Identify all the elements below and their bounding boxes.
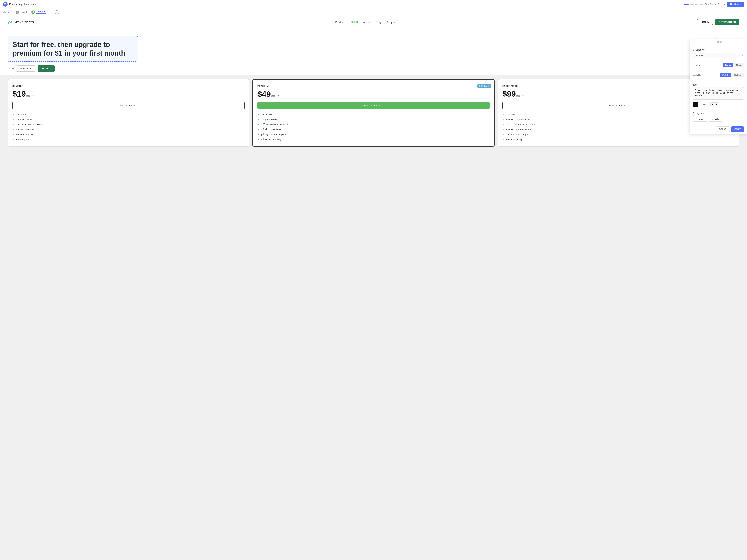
pricing-section: STARTER $19 /MONTH GET STARTED ✓1 user s… — [0, 75, 747, 154]
variant-name-treatment: treatment — [36, 10, 46, 14]
check-icon: ✓ — [12, 128, 15, 131]
logo-text: Wavelength — [15, 20, 34, 24]
check-icon: ✓ — [503, 138, 505, 141]
price-amount-premium: $49 — [257, 89, 271, 99]
check-icon: ✓ — [257, 138, 260, 141]
top-bar: W Pricing Page Experiment Step: Variant … — [0, 0, 747, 8]
font-size-unit-selector[interactable]: PX ▾ — [711, 102, 718, 107]
plan-label-premium: PREMIUM — [257, 85, 490, 87]
drag-dots-icon: ⠿⠿⠿ — [714, 41, 722, 45]
list-item: ✓5 user seat — [257, 113, 490, 116]
list-item: ✓1 user seat — [12, 113, 244, 116]
chevron-down-icon: ∨ — [693, 49, 694, 51]
background-label: Background — [693, 112, 744, 115]
check-icon: ✓ — [12, 138, 15, 141]
background-none-icon: ⊘ — [695, 117, 698, 121]
check-icon: ✓ — [503, 133, 505, 136]
background-section: Background ⊘ Image Color — [690, 110, 747, 124]
panel-drag-handle[interactable]: ⠿⠿⠿ — [690, 39, 747, 46]
hero-text-box[interactable]: Start for free, then upgrade to premium … — [8, 36, 138, 62]
check-icon: ✓ — [12, 133, 15, 136]
editor-panel: ⠿⠿⠿ ∨ Selector ✎ Display Block None — [690, 39, 747, 134]
billing-label: Billed — [8, 67, 14, 70]
nav-link-blog[interactable]: Blog — [376, 21, 381, 24]
text-textarea[interactable]: Start for free, then upgrade to premium … — [693, 87, 744, 100]
check-icon: ✓ — [503, 128, 505, 131]
list-item: ✓super reporting — [503, 138, 735, 141]
step-dot-4 — [699, 4, 703, 5]
edit-icon[interactable]: ✎ — [742, 54, 744, 57]
visibility-toggle-group: Visible Hidden — [720, 73, 744, 77]
nav-link-support[interactable]: Support — [386, 21, 396, 24]
selector-input[interactable] — [693, 53, 740, 58]
visibility-label: Visibility — [693, 74, 701, 77]
nav-link-about[interactable]: About — [363, 21, 370, 24]
background-options: ⊘ Image Color — [693, 116, 744, 122]
nav-link-product[interactable]: Product — [335, 21, 344, 24]
yearly-toggle[interactable]: YEARLY — [37, 65, 55, 72]
variants-label: Variants — [3, 11, 11, 14]
price-row-premium: $49 /MONTH — [257, 89, 490, 99]
background-image-label: Image — [699, 118, 705, 120]
get-started-nav-button[interactable]: GET STARTED — [715, 19, 739, 25]
billing-toggle: Billed MONTHLY YEARLY — [8, 62, 138, 72]
variant-dots-menu[interactable]: ⋮ — [47, 10, 52, 14]
starter-get-started-button[interactable]: GET STARTED — [12, 102, 244, 109]
monthly-toggle[interactable]: MONTHLY — [16, 65, 35, 72]
pricing-card-starter: STARTER $19 /MONTH GET STARTED ✓1 user s… — [8, 79, 249, 146]
display-none-option[interactable]: None — [734, 63, 744, 67]
apply-button[interactable]: Apply — [731, 126, 744, 132]
variant-badge-b: B — [31, 10, 35, 14]
background-color-option[interactable]: Color — [709, 116, 722, 122]
nav-link-pricing[interactable]: Pricing — [350, 20, 358, 24]
list-item: ✓16 API connections — [257, 128, 490, 131]
check-icon: ✓ — [257, 118, 260, 121]
background-image-option[interactable]: ⊘ Image — [693, 116, 707, 122]
text-label: Text — [693, 83, 744, 86]
selector-row: ✎ — [693, 53, 744, 58]
nav-actions: LOG IN GET STARTED — [697, 19, 739, 25]
check-icon: ✓ — [503, 113, 505, 116]
background-color-label: Color — [715, 118, 720, 120]
cancel-button[interactable]: Cancel — [716, 126, 729, 132]
check-icon: ✓ — [12, 113, 15, 116]
login-button[interactable]: LOG IN — [697, 19, 713, 25]
premium-feature-list: ✓5 user seat ✓20 guest viewers ✓100 tran… — [257, 113, 490, 141]
app-icon: W — [3, 2, 8, 6]
price-row-starter: $19 /MONTH — [12, 89, 244, 99]
hero-title: Start for free, then upgrade to premium … — [12, 40, 133, 57]
list-item: ✓customer support — [12, 133, 244, 136]
check-icon: ✓ — [257, 133, 260, 136]
visibility-hidden-option[interactable]: Hidden — [732, 73, 744, 77]
visibility-visible-option[interactable]: Visible — [720, 73, 731, 77]
text-section: Text Start for free, then upgrade to pre… — [690, 81, 747, 110]
price-amount-enterprise: $99 — [503, 89, 516, 99]
display-label: Display — [693, 64, 700, 66]
list-item: ✓100 transactions per month — [257, 123, 490, 126]
display-toggle-group: Block None — [723, 63, 744, 67]
panel-footer: Cancel Apply — [690, 124, 747, 134]
price-amount-starter: $19 — [12, 89, 26, 99]
top-bar-right: Step: Variant Creation Continue — [684, 2, 744, 7]
popular-badge: POPULAR — [477, 84, 491, 88]
nav-links: Product Pricing About Blog Support — [335, 20, 396, 24]
display-block-option[interactable]: Block — [723, 63, 733, 67]
display-property-row: Display Block None — [693, 63, 744, 67]
font-size-input[interactable] — [700, 102, 709, 107]
text-color-swatch[interactable] — [693, 102, 698, 107]
continue-button[interactable]: Continue — [727, 2, 744, 7]
list-item: ✓20 guest viewers — [257, 118, 490, 121]
text-options-row: PX ▾ — [693, 102, 744, 107]
main-content: Wavelength Product Pricing About Blog Su… — [0, 16, 747, 560]
premium-get-started-button[interactable]: GET STARTED — [257, 102, 490, 109]
variant-badge-a: A — [16, 10, 19, 14]
visibility-property-row: Visibility Visible Hidden — [693, 73, 744, 77]
variants-bar: Variants A control B treatment ⋮ + — [0, 8, 747, 16]
check-icon: ✓ — [257, 113, 260, 116]
add-variant-button[interactable]: + — [55, 10, 59, 15]
variant-tab-treatment[interactable]: B treatment ⋮ — [29, 9, 53, 15]
variant-tab-control[interactable]: A control — [14, 10, 29, 15]
list-item: ✓24 transactions per month — [12, 123, 244, 126]
step-dot-2 — [690, 4, 694, 5]
check-icon: ✓ — [12, 118, 15, 121]
